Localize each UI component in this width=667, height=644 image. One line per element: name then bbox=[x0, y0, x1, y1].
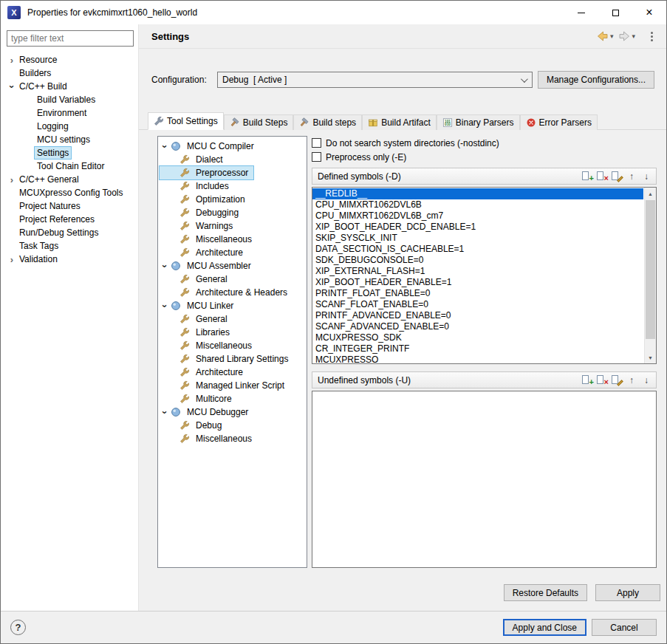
twisty-icon[interactable] bbox=[7, 255, 17, 264]
tool-item-mcu-linker[interactable]: MCU Linker bbox=[160, 299, 239, 312]
scrollbar-thumb[interactable] bbox=[646, 200, 655, 339]
twisty-icon[interactable] bbox=[160, 261, 170, 271]
scroll-up-icon[interactable]: ▲ bbox=[645, 188, 656, 199]
symbol-row[interactable]: XIP_EXTERNAL_FLASH=1 bbox=[312, 266, 643, 277]
back-button[interactable]: ▾ bbox=[595, 29, 615, 44]
sidebar-item-project-natures[interactable]: Project Natures bbox=[7, 199, 86, 213]
undefined-symbols-list[interactable] bbox=[312, 391, 657, 568]
tab-binary-parsers[interactable]: 101010 Binary Parsers bbox=[437, 114, 520, 130]
apply-button[interactable]: Apply bbox=[595, 584, 660, 601]
tab-tool-settings[interactable]: 101010 Tool Settings bbox=[148, 112, 224, 130]
apply-and-close-button[interactable]: Apply and Close bbox=[503, 619, 586, 636]
tool-item-mcu-assembler[interactable]: MCU Assembler bbox=[160, 259, 256, 273]
maximize-button[interactable] bbox=[598, 1, 632, 24]
view-menu-icon[interactable] bbox=[646, 30, 657, 43]
tool-item-compiler-architecture[interactable]: Architecture bbox=[160, 246, 248, 259]
tool-item-shared-library-settings[interactable]: Shared Library Settings bbox=[160, 352, 293, 366]
scrollbar[interactable]: ▲ ▼ bbox=[644, 188, 656, 363]
sidebar-item-settings[interactable]: Settings bbox=[7, 146, 74, 160]
symbol-row[interactable]: MCUXPRESSO_SDK bbox=[312, 332, 643, 343]
symbol-row[interactable]: DATA_SECTION_IS_CACHEABLE=1 bbox=[312, 244, 643, 255]
sidebar-item-environment[interactable]: Environment bbox=[7, 106, 92, 120]
tab-build-artifact[interactable]: 101010 Build Artifact bbox=[362, 114, 437, 130]
sidebar-item-resource[interactable]: Resource bbox=[7, 53, 62, 66]
symbol-row[interactable]: CR_INTEGER_PRINTF bbox=[312, 343, 643, 354]
edit-icon[interactable] bbox=[609, 170, 624, 183]
symbol-row[interactable]: SKIP_SYSCLK_INIT bbox=[312, 233, 643, 244]
sidebar-item-build-variables[interactable]: Build Variables bbox=[7, 93, 100, 106]
sidebar-item-cpp-build[interactable]: C/C++ Build bbox=[7, 80, 72, 93]
symbol-row[interactable]: CPU_MIMXRT1062DVL6B_cm7 bbox=[312, 210, 643, 222]
sidebar-item-run-debug-settings[interactable]: Run/Debug Settings bbox=[7, 226, 103, 239]
sidebar-item-tool-chain-editor[interactable]: Tool Chain Editor bbox=[7, 160, 109, 173]
twisty-icon[interactable] bbox=[160, 408, 170, 417]
sidebar-item-builders[interactable]: Builders bbox=[7, 66, 56, 80]
tool-item-managed-linker-script[interactable]: Managed Linker Script bbox=[160, 379, 290, 392]
tab-build-steps[interactable]: 101010 Build Steps bbox=[224, 114, 294, 130]
move-down-icon[interactable]: ↓ bbox=[639, 374, 654, 387]
tab-error-parsers[interactable]: 101010 Error Parsers bbox=[520, 114, 598, 130]
sidebar-item-task-tags[interactable]: Task Tags bbox=[7, 239, 64, 253]
tool-item-multicore[interactable]: Multicore bbox=[160, 392, 237, 405]
symbol-row[interactable]: PRINTF_FLOAT_ENABLE=0 bbox=[312, 288, 643, 299]
tool-item-debug[interactable]: Debug bbox=[160, 419, 227, 432]
checkbox[interactable] bbox=[312, 152, 321, 162]
tool-item-architecture-headers[interactable]: Architecture & Headers bbox=[160, 286, 293, 299]
restore-defaults-button[interactable]: Restore Defaults bbox=[504, 584, 587, 601]
symbol-row[interactable]: XIP_BOOT_HEADER_ENABLE=1 bbox=[312, 277, 643, 288]
back-dropdown-icon[interactable]: ▾ bbox=[610, 32, 614, 40]
tool-item-libraries[interactable]: Libraries bbox=[160, 326, 235, 339]
filter-input[interactable] bbox=[7, 30, 134, 47]
twisty-icon[interactable] bbox=[7, 175, 17, 185]
scroll-down-icon[interactable]: ▼ bbox=[645, 352, 656, 363]
twisty-icon[interactable] bbox=[160, 142, 170, 151]
symbol-row[interactable]: CPU_MIMXRT1062DVL6B bbox=[312, 199, 643, 210]
sidebar-item-project-references[interactable]: Project References bbox=[7, 213, 100, 226]
forward-dropdown-icon[interactable]: ▾ bbox=[632, 32, 635, 40]
tool-item-warnings[interactable]: Warnings bbox=[160, 219, 238, 233]
move-up-icon[interactable]: ↑ bbox=[624, 170, 639, 183]
tool-item-mcu-debugger[interactable]: MCU Debugger bbox=[160, 405, 253, 419]
twisty-icon[interactable] bbox=[7, 55, 17, 65]
delete-icon[interactable]: × bbox=[595, 170, 609, 183]
help-icon[interactable]: ? bbox=[10, 620, 26, 635]
tool-item-includes[interactable]: Includes bbox=[160, 179, 234, 193]
tool-item-debugger-miscellaneous[interactable]: Miscellaneous bbox=[160, 432, 257, 445]
tool-item-assembler-general[interactable]: General bbox=[160, 273, 233, 286]
configuration-select[interactable]: Debug [ Active ] bbox=[217, 72, 533, 88]
sidebar-item-mcu-settings[interactable]: MCU settings bbox=[7, 133, 95, 146]
sidebar-item-cpp-general[interactable]: C/C++ General bbox=[7, 173, 84, 186]
add-icon[interactable]: + bbox=[580, 170, 595, 183]
symbol-row[interactable]: SCANF_ADVANCED_ENABLE=0 bbox=[312, 321, 643, 332]
edit-icon[interactable] bbox=[609, 374, 624, 387]
symbol-row[interactable]: __REDLIB__ bbox=[312, 188, 643, 199]
sidebar-item-mcuxpresso-config-tools[interactable]: MCUXpresso Config Tools bbox=[7, 186, 129, 199]
tab-build-steps-2[interactable]: 101010 Build steps bbox=[293, 114, 362, 130]
move-down-icon[interactable]: ↓ bbox=[639, 170, 654, 183]
cancel-button[interactable]: Cancel bbox=[592, 619, 657, 636]
tool-item-debugging[interactable]: Debugging bbox=[160, 206, 244, 219]
add-icon[interactable]: + bbox=[580, 374, 595, 387]
tool-item-linker-miscellaneous[interactable]: Miscellaneous bbox=[160, 339, 257, 352]
delete-icon[interactable]: × bbox=[595, 374, 609, 387]
sidebar-item-logging[interactable]: Logging bbox=[7, 120, 74, 133]
move-up-icon[interactable]: ↑ bbox=[624, 374, 639, 387]
symbol-row[interactable]: SCANF_FLOAT_ENABLE=0 bbox=[312, 299, 643, 310]
sidebar-item-validation[interactable]: Validation bbox=[7, 253, 63, 266]
symbol-row[interactable]: XIP_BOOT_HEADER_DCD_ENABLE=1 bbox=[312, 222, 643, 233]
tool-item-linker-general[interactable]: General bbox=[160, 312, 233, 326]
symbol-row[interactable]: MCUXPRESSO bbox=[312, 354, 643, 363]
tool-item-compiler-miscellaneous[interactable]: Miscellaneous bbox=[160, 233, 257, 246]
tool-item-linker-architecture[interactable]: Architecture bbox=[160, 366, 248, 379]
twisty-icon[interactable] bbox=[7, 82, 17, 92]
tool-item-dialect[interactable]: Dialect bbox=[160, 153, 228, 166]
tool-item-optimization[interactable]: Optimization bbox=[160, 193, 250, 206]
close-button[interactable]: × bbox=[632, 1, 666, 24]
manage-configurations-button[interactable]: Manage Configurations... bbox=[538, 71, 654, 89]
symbol-row[interactable]: SDK_DEBUGCONSOLE=0 bbox=[312, 255, 643, 266]
minimize-button[interactable] bbox=[564, 1, 598, 24]
tool-item-preprocessor[interactable]: Preprocessor bbox=[160, 166, 253, 179]
twisty-icon[interactable] bbox=[160, 301, 170, 311]
forward-button[interactable]: ▾ bbox=[617, 29, 637, 44]
tool-item-mcu-c-compiler[interactable]: MCU C Compiler bbox=[160, 140, 259, 153]
